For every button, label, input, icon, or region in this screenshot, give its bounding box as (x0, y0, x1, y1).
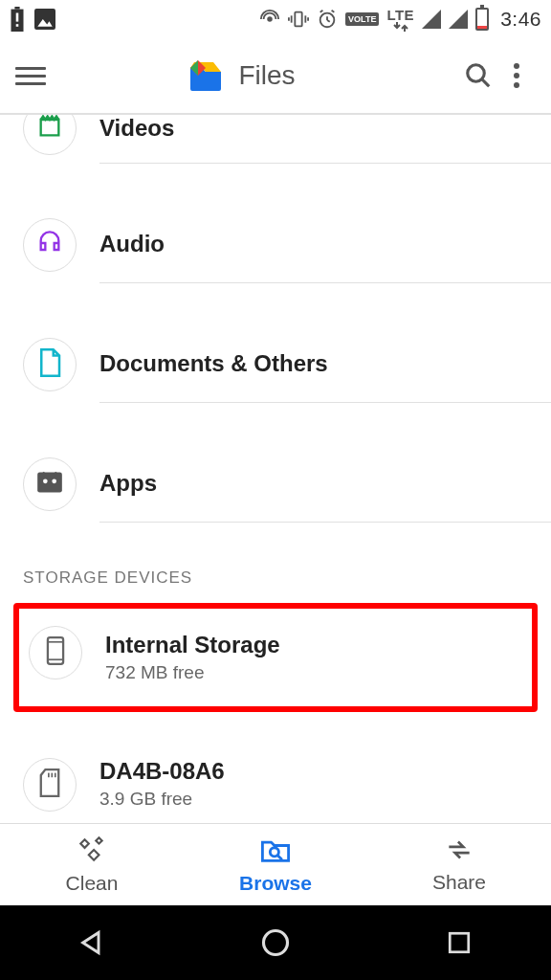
category-label: Audio (99, 231, 532, 257)
search-button[interactable] (459, 56, 497, 95)
device-label: DA4B-08A6 (99, 758, 532, 785)
app-title-group: Files (187, 56, 295, 95)
menu-button[interactable] (15, 67, 46, 85)
tab-browse[interactable]: Browse (184, 824, 367, 905)
device-internal-storage[interactable]: Internal Storage 732 MB free (19, 609, 532, 706)
category-label: Apps (99, 470, 532, 497)
apps-icon (36, 471, 63, 498)
category-apps[interactable]: Apps (0, 424, 551, 544)
device-sublabel: 3.9 GB free (99, 789, 532, 810)
category-videos[interactable]: Videos (0, 115, 551, 185)
android-nav-bar (0, 905, 551, 980)
image-icon (34, 7, 55, 32)
lte-indicator: LTE (386, 8, 414, 32)
bottom-nav: Clean Browse Share (0, 823, 551, 905)
videos-icon (36, 115, 63, 144)
category-label: Videos (99, 115, 532, 142)
device-sublabel: 732 MB free (105, 662, 513, 683)
signal-2-icon (449, 10, 468, 29)
nav-home[interactable] (256, 924, 295, 962)
app-title: Files (238, 60, 295, 91)
svg-line-15 (320, 11, 323, 12)
svg-rect-19 (37, 472, 62, 492)
svg-rect-7 (295, 12, 301, 27)
alert-battery-icon (10, 7, 25, 32)
category-documents[interactable]: Documents & Others (0, 304, 551, 424)
svg-point-20 (43, 479, 48, 483)
storage-devices-header: STORAGE DEVICES (0, 544, 551, 599)
share-icon (444, 836, 474, 867)
tab-clean[interactable]: Clean (0, 824, 184, 905)
svg-point-30 (264, 931, 288, 955)
svg-point-21 (52, 479, 56, 483)
app-bar: Files (0, 38, 551, 115)
browse-icon (259, 835, 292, 868)
device-sdcard[interactable]: DA4B-08A6 3.9 GB free (0, 712, 551, 823)
nav-back[interactable] (73, 924, 111, 962)
svg-rect-2 (16, 13, 19, 22)
hotspot-icon (259, 9, 280, 30)
volte-badge: VOLTE (345, 12, 379, 26)
phone-storage-icon (46, 636, 65, 669)
tab-label: Clean (66, 872, 119, 895)
content-area: Videos Audio Documents & Others Apps STO… (0, 115, 551, 823)
svg-rect-3 (16, 24, 19, 27)
svg-line-18 (482, 79, 490, 87)
tab-label: Share (432, 871, 486, 894)
svg-point-6 (267, 16, 273, 22)
battery-icon (475, 8, 489, 31)
svg-point-28 (270, 847, 278, 856)
audio-icon (36, 230, 63, 260)
device-label: Internal Storage (105, 632, 513, 658)
files-logo-icon (187, 56, 225, 95)
tab-label: Browse (239, 872, 312, 895)
svg-line-16 (332, 11, 335, 12)
category-audio[interactable]: Audio (0, 185, 551, 304)
svg-line-29 (277, 855, 282, 859)
sd-card-icon (38, 768, 61, 801)
signal-1-icon (422, 10, 441, 29)
more-button[interactable] (497, 56, 536, 95)
clean-icon (77, 835, 107, 868)
status-time: 3:46 (500, 8, 541, 31)
svg-rect-1 (14, 7, 19, 10)
tab-share[interactable]: Share (367, 824, 551, 905)
nav-recent[interactable] (440, 924, 478, 962)
svg-line-14 (327, 20, 330, 22)
svg-rect-31 (450, 933, 469, 952)
document-icon (37, 348, 62, 381)
status-bar: VOLTE LTE 3:46 (0, 0, 551, 38)
svg-point-17 (468, 65, 485, 82)
vibrate-icon (288, 9, 309, 30)
alarm-icon (317, 9, 338, 30)
highlight-internal-storage: Internal Storage 732 MB free (13, 603, 538, 712)
category-label: Documents & Others (99, 350, 532, 377)
